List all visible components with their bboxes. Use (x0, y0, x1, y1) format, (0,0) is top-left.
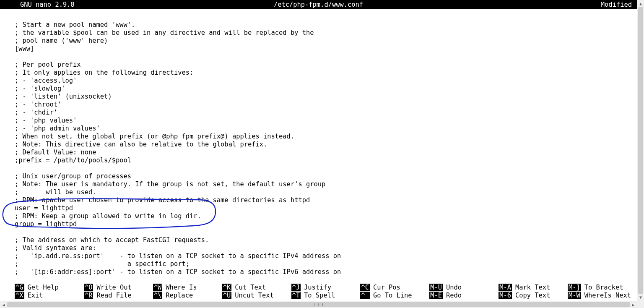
shortcut-key: M-A (499, 284, 512, 291)
file-status: Modified (426, 0, 634, 9)
shortcut-item: ^TTo Spell (291, 291, 361, 299)
file-line: ; Start a new pool named 'www'. (15, 21, 637, 29)
shortcut-bar: ^GGet Help^OWrite Out^WWhere Is^KCut Tex… (0, 283, 637, 301)
shortcut-key: M-W (568, 292, 581, 299)
shortcut-key: ^J (291, 284, 301, 291)
shortcut-label: Justify (304, 284, 331, 291)
file-line: ; Unix user/group of processes (15, 172, 637, 180)
file-line: ; It only applies on the following direc… (15, 69, 637, 77)
shortcut-key: M-E (429, 292, 443, 299)
title-bar: GNU nano 2.9.8 /etc/php-fpm.d/www.conf M… (0, 0, 637, 9)
shortcut-item: M-UUndo (429, 283, 499, 291)
shortcut-label: Copy Text (515, 292, 550, 299)
file-line: ; Note: The user is mandatory. If the gr… (15, 180, 637, 188)
shortcut-item: M-WWhereIs Next (568, 291, 637, 299)
shortcut-label: Uncut Text (235, 292, 274, 299)
file-line: ; - 'chroot' (15, 101, 637, 109)
file-line: ; - 'php_admin_values' (15, 125, 637, 133)
scrollbar-corner (637, 301, 644, 308)
file-line (15, 164, 637, 172)
shortcut-key: ^O (84, 284, 93, 291)
file-line: ; RPM: apache user chosen to provide acc… (15, 196, 637, 204)
scroll-right-icon[interactable]: ▶ (630, 301, 637, 308)
scroll-left-icon[interactable]: ◀ (0, 301, 7, 308)
shortcut-label: To Spell (304, 292, 335, 299)
horizontal-scrollbar[interactable]: ◀ ▶ (0, 301, 637, 308)
shortcut-key: ^R (84, 292, 93, 299)
file-line: ; - 'access.log' (15, 77, 637, 85)
shortcut-label: Get Help (28, 284, 59, 291)
shortcut-label: WhereIs Next (584, 292, 631, 299)
file-line: user = lighttpd (15, 204, 637, 212)
shortcut-item: M-]To Bracket (568, 283, 637, 291)
shortcut-label: Redo (446, 292, 462, 299)
file-line: ; RPM: Keep a group allowed to write in … (15, 212, 637, 220)
vertical-scrollbar[interactable]: ▲ ▼ (637, 0, 644, 301)
file-line: ; pool name ('www' here) (15, 37, 637, 45)
shortcut-label: Replace (166, 292, 193, 299)
file-line: group = lighttpd (15, 220, 637, 228)
nano-editor[interactable]: GNU nano 2.9.8 /etc/php-fpm.d/www.conf M… (0, 0, 637, 301)
shortcut-key: ^_ (360, 292, 370, 299)
file-line: ; a specific port; (15, 260, 637, 268)
shortcut-item: ^UUncut Text (222, 291, 291, 299)
shortcut-item: ^JJustify (291, 283, 361, 291)
vscroll-thumb[interactable] (638, 7, 643, 294)
shortcut-label: Undo (446, 284, 462, 291)
shortcut-key: ^K (222, 284, 232, 291)
shortcut-label: Read File (96, 292, 131, 299)
shortcut-label: Where Is (166, 284, 197, 291)
shortcut-label: To Bracket (584, 284, 623, 291)
file-line: ; - 'listen' (unixsocket) (15, 93, 637, 101)
file-line: ; - 'chdir' (15, 109, 637, 117)
shortcut-key: ^U (222, 292, 232, 299)
app-name: GNU nano 2.9.8 (3, 0, 211, 9)
shortcut-label: Write Out (96, 284, 131, 291)
shortcut-item: ^OWrite Out (84, 283, 153, 291)
hscroll-thumb[interactable] (7, 302, 630, 307)
file-line (15, 228, 637, 236)
file-line: ; 'ip.add.re.ss:port' - to listen on a T… (15, 252, 637, 260)
file-line: ; - 'slowlog' (15, 85, 637, 93)
shortcut-item: ^WWhere Is (153, 283, 222, 291)
shortcut-item: ^CCur Pos (360, 283, 429, 291)
shortcut-label: Mark Text (515, 284, 550, 291)
shortcut-item: ^XExit (15, 291, 84, 299)
file-line (15, 13, 637, 21)
shortcut-key: M-6 (499, 292, 512, 299)
file-line: ; Note: This directive can also be relat… (15, 141, 637, 149)
scroll-up-icon[interactable]: ▲ (637, 0, 644, 7)
shortcut-item: M-ERedo (429, 291, 499, 299)
file-line (15, 53, 637, 61)
shortcut-label: Go To Line (373, 292, 412, 299)
shortcut-item: ^\Replace (153, 291, 222, 299)
shortcut-label: Exit (28, 292, 43, 299)
file-line: ; When not set, the global prefix (or @p… (15, 133, 637, 141)
file-line: ; Per pool prefix (15, 61, 637, 69)
shortcut-key: M-U (429, 284, 443, 291)
file-line: ;prefix = /path/to/pools/$pool (15, 157, 637, 164)
file-path: /etc/php-fpm.d/www.conf (211, 0, 426, 9)
file-line: ; Default Value: none (15, 149, 637, 157)
shortcut-key: ^W (153, 284, 163, 291)
shortcut-key: ^C (360, 284, 370, 291)
file-line: ; '[ip:6:addr:ess]:port' - to listen on … (15, 268, 637, 276)
shortcut-item: ^RRead File (84, 291, 153, 299)
shortcut-key: ^\ (153, 292, 163, 299)
shortcut-item: ^GGet Help (15, 283, 84, 291)
shortcut-item: ^_Go To Line (360, 291, 429, 299)
editor-content[interactable]: ; Start a new pool named 'www'.; the var… (0, 9, 637, 276)
shortcut-item: M-AMark Text (499, 283, 568, 291)
shortcut-label: Cur Pos (373, 284, 400, 291)
file-line: ; The address on which to accept FastCGI… (15, 236, 637, 244)
scroll-down-icon[interactable]: ▼ (637, 294, 644, 301)
shortcut-key: ^G (15, 284, 24, 291)
shortcut-item: M-6Copy Text (499, 291, 568, 299)
shortcut-key: M-] (568, 284, 581, 291)
file-line: ; will be used. (15, 188, 637, 196)
shortcut-label: Cut Text (235, 284, 266, 291)
file-line: [www] (15, 45, 637, 53)
file-line: ; the variable $pool can be used in any … (15, 29, 637, 37)
shortcut-key: ^X (15, 292, 24, 299)
shortcut-key: ^T (291, 292, 301, 299)
